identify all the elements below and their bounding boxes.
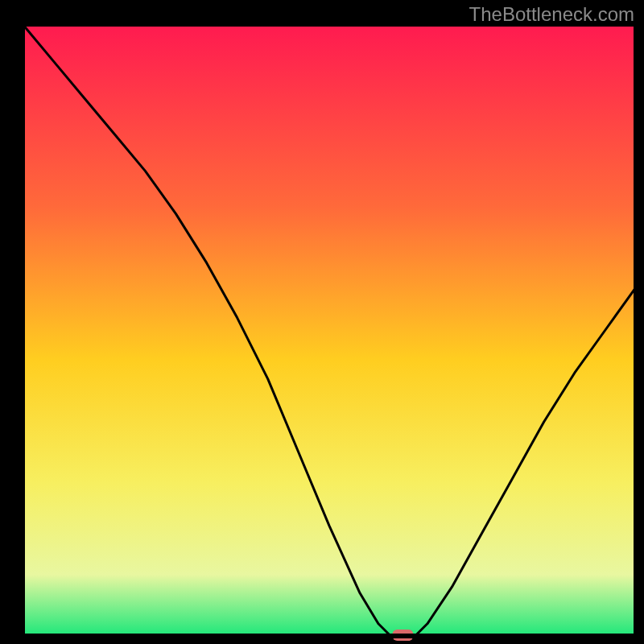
- gradient-background: [23, 24, 636, 636]
- watermark-text: TheBottleneck.com: [469, 3, 634, 25]
- plot-area: [23, 24, 636, 641]
